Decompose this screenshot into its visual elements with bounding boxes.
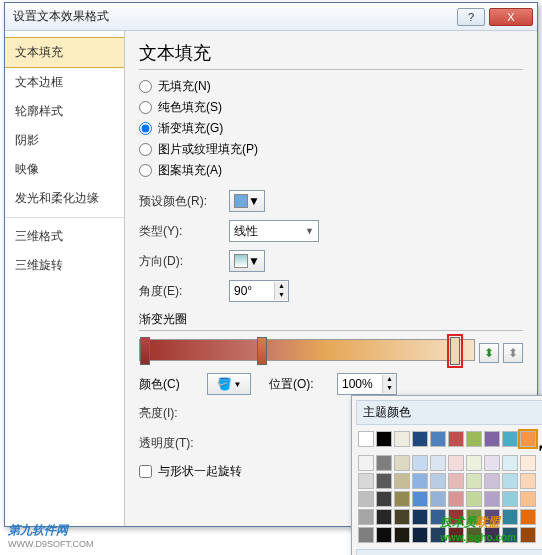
color-swatch[interactable] xyxy=(412,509,428,525)
color-swatch[interactable] xyxy=(358,431,374,447)
color-swatch[interactable] xyxy=(376,431,392,447)
color-swatch[interactable] xyxy=(502,473,518,489)
paint-bucket-icon: 🪣 xyxy=(217,377,232,391)
color-swatch[interactable] xyxy=(376,527,392,543)
color-swatch[interactable] xyxy=(394,527,410,543)
color-swatch[interactable] xyxy=(358,473,374,489)
gradient-stop-bar[interactable] xyxy=(139,339,475,361)
radio-input[interactable] xyxy=(139,122,152,135)
close-window-button[interactable]: X xyxy=(489,8,533,26)
color-swatch[interactable] xyxy=(466,491,482,507)
color-swatch[interactable] xyxy=(502,431,518,447)
color-swatch[interactable] xyxy=(358,509,374,525)
brightness-label: 亮度(I): xyxy=(139,405,229,422)
color-swatch[interactable] xyxy=(412,527,428,543)
radio-input[interactable] xyxy=(139,164,152,177)
color-swatch[interactable] xyxy=(484,491,500,507)
sidebar-item-text-fill[interactable]: 文本填充 xyxy=(5,37,124,68)
gradient-stop-2[interactable] xyxy=(257,337,267,365)
color-swatch[interactable] xyxy=(394,473,410,489)
color-swatch[interactable] xyxy=(394,431,410,447)
spin-up-icon[interactable]: ▲ xyxy=(382,375,396,384)
watermark-jsgho: 技术员联盟 www.jsgho.com xyxy=(440,506,516,543)
checkbox-input[interactable] xyxy=(139,465,152,478)
color-swatch[interactable] xyxy=(376,509,392,525)
help-button[interactable]: ? xyxy=(457,8,485,26)
radio-solid-fill[interactable]: 纯色填充(S) xyxy=(139,99,523,116)
radio-picture-fill[interactable]: 图片或纹理填充(P) xyxy=(139,141,523,158)
radio-input[interactable] xyxy=(139,101,152,114)
radio-no-fill[interactable]: 无填充(N) xyxy=(139,78,523,95)
color-swatch[interactable] xyxy=(484,431,500,447)
angle-spinner[interactable]: 90°▲▼ xyxy=(229,280,289,302)
stops-separator xyxy=(139,330,523,331)
chevron-down-icon: ▼ xyxy=(248,194,260,208)
color-swatch[interactable] xyxy=(448,473,464,489)
radio-gradient-fill[interactable]: 渐变填充(G) xyxy=(139,120,523,137)
color-swatch[interactable] xyxy=(502,491,518,507)
color-swatch[interactable] xyxy=(430,431,446,447)
color-swatch[interactable] xyxy=(430,473,446,489)
sidebar-item-glow[interactable]: 发光和柔化边缘 xyxy=(5,184,124,213)
color-swatch[interactable] xyxy=(430,491,446,507)
color-swatch[interactable] xyxy=(394,455,410,471)
spin-up-icon[interactable]: ▲ xyxy=(274,282,288,291)
color-picker-button[interactable]: 🪣▼ xyxy=(207,373,251,395)
angle-value: 90° xyxy=(234,284,252,298)
color-swatch[interactable] xyxy=(466,431,482,447)
gradient-stop-1[interactable] xyxy=(140,337,150,365)
color-swatch[interactable] xyxy=(520,509,536,525)
sidebar-item-text-outline[interactable]: 文本边框 xyxy=(5,68,124,97)
color-swatch[interactable] xyxy=(466,473,482,489)
color-swatch[interactable] xyxy=(520,473,536,489)
radio-input[interactable] xyxy=(139,80,152,93)
color-swatch[interactable] xyxy=(520,431,536,447)
remove-stop-button[interactable]: ⬍ xyxy=(503,343,523,363)
transparency-label: 透明度(T): xyxy=(139,435,229,452)
sidebar-item-3d-rotation[interactable]: 三维旋转 xyxy=(5,251,124,280)
color-swatch[interactable] xyxy=(520,455,536,471)
color-swatch[interactable] xyxy=(358,527,374,543)
color-swatch[interactable] xyxy=(376,491,392,507)
color-swatch[interactable] xyxy=(376,473,392,489)
color-swatch[interactable] xyxy=(358,455,374,471)
color-swatch[interactable] xyxy=(376,455,392,471)
spin-down-icon[interactable]: ▼ xyxy=(382,384,396,393)
color-swatch[interactable] xyxy=(484,455,500,471)
color-swatch[interactable] xyxy=(484,473,500,489)
radio-pattern-fill[interactable]: 图案填充(A) xyxy=(139,162,523,179)
color-swatch[interactable] xyxy=(448,455,464,471)
add-stop-button[interactable]: ⬍ xyxy=(479,343,499,363)
sidebar-item-outline-style[interactable]: 轮廓样式 xyxy=(5,97,124,126)
preset-color-combo[interactable]: ▼ xyxy=(229,190,265,212)
color-swatch[interactable] xyxy=(412,431,428,447)
color-swatch[interactable] xyxy=(448,431,464,447)
titlebar: 设置文本效果格式 ? X xyxy=(5,3,537,31)
color-swatch[interactable] xyxy=(394,509,410,525)
color-swatch[interactable] xyxy=(502,455,518,471)
sidebar-item-shadow[interactable]: 阴影 xyxy=(5,126,124,155)
color-swatch[interactable] xyxy=(412,455,428,471)
direction-combo[interactable]: ▼ xyxy=(229,250,265,272)
color-swatch[interactable] xyxy=(430,455,446,471)
spin-down-icon[interactable]: ▼ xyxy=(274,291,288,300)
color-swatch[interactable] xyxy=(520,527,536,543)
panel-heading: 文本填充 xyxy=(139,41,523,65)
color-swatch[interactable] xyxy=(412,473,428,489)
color-swatch[interactable] xyxy=(412,491,428,507)
direction-preview-icon xyxy=(234,254,248,268)
type-combo[interactable]: 线性▼ xyxy=(229,220,319,242)
color-swatch[interactable] xyxy=(394,491,410,507)
gradient-stop-3-selected[interactable] xyxy=(450,337,460,365)
sidebar-item-3d-format[interactable]: 三维格式 xyxy=(5,222,124,251)
sidebar-item-reflection[interactable]: 映像 xyxy=(5,155,124,184)
color-swatch[interactable] xyxy=(520,491,536,507)
heading-separator xyxy=(139,69,523,70)
position-spinner[interactable]: 100%▲▼ xyxy=(337,373,397,395)
type-value: 线性 xyxy=(234,223,258,240)
color-swatch[interactable] xyxy=(358,491,374,507)
radio-input[interactable] xyxy=(139,143,152,156)
color-swatch[interactable] xyxy=(466,455,482,471)
color-swatch[interactable] xyxy=(448,491,464,507)
type-label: 类型(Y): xyxy=(139,223,229,240)
